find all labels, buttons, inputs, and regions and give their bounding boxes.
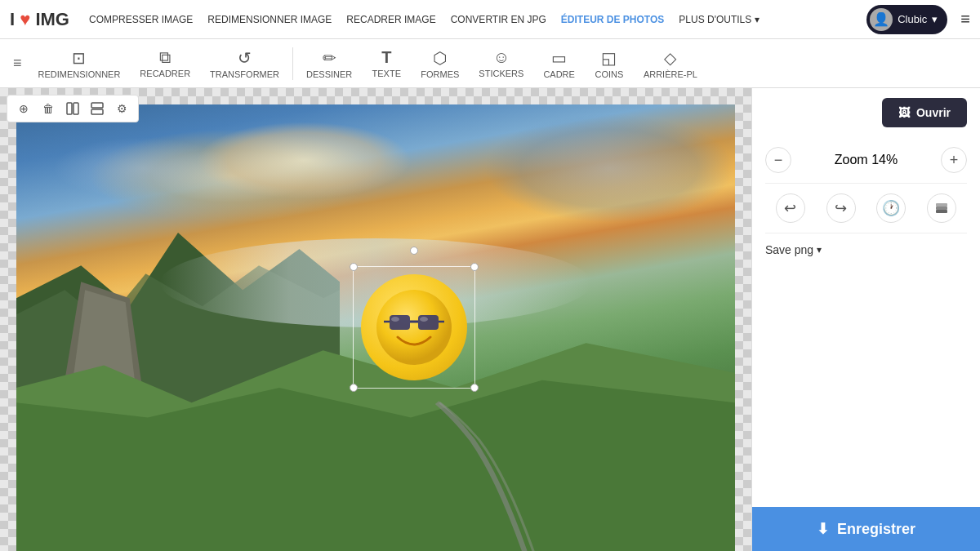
svg-rect-0 (67, 103, 72, 114)
history-button[interactable]: 🕐 (876, 193, 906, 223)
toolbar-redimensionner[interactable]: ⊡ REDIMENSIONNER (29, 45, 131, 82)
svg-rect-19 (936, 207, 947, 210)
toolbar-texte[interactable]: T TEXTE (362, 45, 411, 82)
nav-recadrer[interactable]: RECADRER IMAGE (346, 14, 435, 25)
svg-rect-1 (74, 103, 78, 114)
toolbar-label-redimensionner: REDIMENSIONNER (38, 69, 121, 79)
svg-rect-20 (936, 203, 947, 207)
open-label: Ouvrir (916, 106, 951, 119)
toolbar-arriere[interactable]: ◇ ARRIÈRE-PL (634, 45, 707, 82)
logo[interactable]: I ♥ IMG (10, 9, 69, 30)
svg-point-17 (420, 317, 428, 322)
svg-rect-12 (418, 315, 439, 330)
sticker-container[interactable] (361, 274, 467, 380)
arriere-icon: ◇ (664, 48, 676, 68)
avatar: 👤 (870, 8, 893, 31)
toolbar-label-stickers: STICKERS (479, 69, 523, 78)
svg-rect-3 (91, 109, 103, 114)
download-icon: ⬇ (817, 520, 829, 538)
right-panel-footer: ⬇ Enregistrer (752, 507, 980, 551)
toolbar-stickers[interactable]: ☺ STICKERS (469, 45, 533, 82)
toolbar-label-coins: COINS (595, 69, 623, 79)
svg-point-16 (391, 317, 399, 322)
coins-icon: ◱ (601, 48, 617, 68)
user-chevron-icon: ▾ (932, 13, 938, 25)
toolbar-toggle[interactable]: ≡ (7, 55, 29, 72)
stickers-icon: ☺ (493, 48, 510, 67)
redo-button[interactable]: ↪ (826, 193, 856, 223)
nav-convertir[interactable]: CONVERTIR EN JPG (451, 14, 546, 25)
save-caret-icon: ▾ (817, 244, 822, 256)
open-icon: 🖼 (898, 106, 910, 119)
zoom-label: Zoom 14% (835, 153, 898, 167)
hamburger-icon[interactable]: ≡ (960, 10, 970, 29)
emoji-sticker (361, 274, 467, 380)
navbar-links: COMPRESSER IMAGE REDIMENSIONNER IMAGE RE… (89, 14, 866, 25)
toolbar-transformer[interactable]: ↺ TRANSFORMER (200, 45, 289, 82)
spacer (752, 322, 980, 508)
toolbar-separator-1 (292, 47, 293, 80)
toolbar-label-recadrer: RECADRER (140, 69, 190, 78)
save-row[interactable]: Save png ▾ (765, 233, 967, 266)
mini-split-v-btn[interactable] (63, 99, 82, 118)
toolbar-label-dessiner: DESSINER (306, 69, 352, 79)
navbar: I ♥ IMG COMPRESSER IMAGE REDIMENSIONNER … (0, 0, 980, 39)
nav-editeur[interactable]: ÉDITEUR DE PHOTOS (561, 14, 664, 25)
svg-rect-18 (936, 210, 947, 213)
toolbar: ≡ ⊡ REDIMENSIONNER ⧉ RECADRER ↺ TRANSFOR… (0, 39, 980, 88)
canvas-area[interactable]: ⊕ 🗑 ⚙ (0, 88, 751, 551)
undo-button[interactable]: ↩ (776, 193, 805, 223)
right-panel-content: − Zoom 14% + ↩ ↪ 🕐 (752, 137, 980, 322)
user-chip[interactable]: 👤 Clubic ▾ (866, 5, 947, 34)
main-layout: ⊕ 🗑 ⚙ (0, 88, 980, 551)
actions-row: ↩ ↪ 🕐 (765, 184, 967, 233)
toolbar-cadre[interactable]: ▭ CADRE (533, 45, 585, 82)
toolbar-label-cadre: CADRE (543, 69, 575, 79)
dessiner-icon: ✏ (323, 48, 336, 68)
svg-rect-2 (91, 103, 103, 108)
toolbar-dessiner[interactable]: ✏ DESSINER (296, 45, 362, 82)
redimensionner-icon: ⊡ (72, 48, 86, 68)
right-panel: 🖼 Ouvrir − Zoom 14% + ↩ ↪ 🕐 (751, 88, 980, 551)
formes-icon: ⬡ (433, 48, 447, 68)
handle-top-mid[interactable] (410, 247, 418, 255)
enregistrer-button[interactable]: ⬇ Enregistrer (752, 507, 980, 551)
toolbar-label-formes: FORMES (421, 69, 459, 79)
mini-delete-btn[interactable]: 🗑 (38, 99, 58, 118)
toolbar-label-texte: TEXTE (372, 69, 401, 78)
user-name: Clubic (898, 13, 927, 25)
logo-heart: ♥ (20, 9, 30, 29)
toolbar-label-arriere: ARRIÈRE-PL (644, 69, 697, 79)
canvas-image (16, 104, 735, 551)
right-panel-top: 🖼 Ouvrir (752, 88, 980, 137)
toolbar-recadrer[interactable]: ⧉ RECADRER (130, 45, 200, 82)
enregistrer-label: Enregistrer (837, 521, 915, 538)
nav-redimensionner[interactable]: REDIMENSIONNER IMAGE (207, 14, 332, 25)
toolbar-coins[interactable]: ◱ COINS (585, 45, 634, 82)
zoom-row: − Zoom 14% + (765, 137, 967, 184)
mini-add-btn[interactable]: ⊕ (14, 99, 33, 118)
svg-rect-11 (390, 315, 410, 330)
navbar-right: 👤 Clubic ▾ ≡ (866, 5, 970, 34)
cadre-icon: ▭ (551, 48, 567, 68)
zoom-plus-button[interactable]: + (941, 147, 967, 173)
transformer-icon: ↺ (238, 48, 252, 68)
save-label: Save png (765, 243, 813, 256)
nav-compresser[interactable]: COMPRESSER IMAGE (89, 14, 193, 25)
zoom-minus-button[interactable]: − (765, 147, 791, 173)
toolbar-formes[interactable]: ⬡ FORMES (411, 45, 469, 82)
toolbar-label-transformer: TRANSFORMER (210, 69, 279, 79)
svg-point-10 (376, 290, 452, 365)
mini-settings-btn[interactable]: ⚙ (112, 99, 131, 118)
mini-toolbar: ⊕ 🗑 ⚙ (7, 95, 139, 122)
mini-split-h-btn[interactable] (87, 99, 107, 118)
layers-button[interactable] (927, 193, 956, 223)
texte-icon: T (381, 48, 391, 67)
nav-plus[interactable]: PLUS D'OUTILS ▾ (679, 14, 759, 25)
open-button[interactable]: 🖼 Ouvrir (882, 98, 967, 127)
recadrer-icon: ⧉ (159, 48, 171, 67)
handle-top-left[interactable] (350, 263, 358, 271)
